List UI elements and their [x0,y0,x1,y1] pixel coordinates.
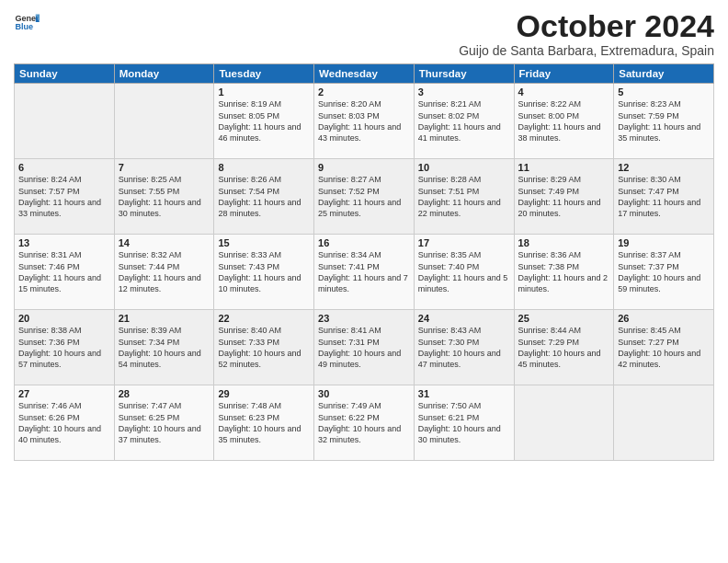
day-number: 6 [18,162,110,173]
calendar-cell: 30Sunrise: 7:49 AM Sunset: 6:22 PM Dayli… [314,385,415,461]
day-info: Sunrise: 8:19 AM Sunset: 8:05 PM Dayligh… [218,98,310,144]
day-number: 29 [218,388,310,399]
day-number: 21 [119,313,210,324]
day-number: 19 [618,237,710,248]
calendar-cell: 17Sunrise: 8:35 AM Sunset: 7:40 PM Dayli… [414,235,514,310]
col-thursday: Thursday [414,64,514,84]
day-number: 25 [518,313,610,324]
day-number: 18 [518,237,610,248]
calendar-cell: 10Sunrise: 8:28 AM Sunset: 7:51 PM Dayli… [414,159,514,235]
day-number: 2 [318,86,410,98]
day-number: 4 [518,86,610,98]
day-info: Sunrise: 8:29 AM Sunset: 7:49 PM Dayligh… [518,174,610,219]
day-number: 15 [218,237,310,248]
day-number: 9 [318,162,410,173]
day-info: Sunrise: 8:41 AM Sunset: 7:31 PM Dayligh… [318,325,410,370]
day-info: Sunrise: 8:43 AM Sunset: 7:30 PM Dayligh… [418,325,510,370]
month-title: October 2024 [459,9,714,43]
calendar-cell: 13Sunrise: 8:31 AM Sunset: 7:46 PM Dayli… [15,235,115,310]
day-number: 10 [418,162,510,173]
calendar-cell: 14Sunrise: 8:32 AM Sunset: 7:44 PM Dayli… [114,235,214,310]
day-info: Sunrise: 8:21 AM Sunset: 8:02 PM Dayligh… [418,98,510,144]
title-block: October 2024 Guijo de Santa Barbara, Ext… [459,9,714,58]
day-info: Sunrise: 8:27 AM Sunset: 7:52 PM Dayligh… [318,174,410,219]
calendar-cell: 22Sunrise: 8:40 AM Sunset: 7:33 PM Dayli… [214,310,314,385]
day-number: 16 [318,237,410,248]
day-number: 20 [18,313,110,324]
col-sunday: Sunday [15,64,115,84]
col-tuesday: Tuesday [214,64,314,84]
day-info: Sunrise: 8:34 AM Sunset: 7:41 PM Dayligh… [318,249,410,294]
day-number: 26 [618,313,710,324]
day-number: 8 [218,162,310,173]
calendar-cell: 8Sunrise: 8:26 AM Sunset: 7:54 PM Daylig… [214,159,314,235]
day-number: 17 [418,237,510,248]
calendar-week-5: 27Sunrise: 7:46 AM Sunset: 6:26 PM Dayli… [15,385,714,461]
calendar-cell: 7Sunrise: 8:25 AM Sunset: 7:55 PM Daylig… [114,159,214,235]
day-number: 7 [119,162,210,173]
calendar-cell: 25Sunrise: 8:44 AM Sunset: 7:29 PM Dayli… [514,310,614,385]
day-number: 1 [218,86,310,98]
calendar-cell: 29Sunrise: 7:48 AM Sunset: 6:23 PM Dayli… [214,385,314,461]
calendar-cell: 5Sunrise: 8:23 AM Sunset: 7:59 PM Daylig… [614,84,714,159]
header-row: Sunday Monday Tuesday Wednesday Thursday… [15,64,714,84]
day-number: 23 [318,313,410,324]
calendar-cell: 15Sunrise: 8:33 AM Sunset: 7:43 PM Dayli… [214,235,314,310]
calendar-cell [614,385,714,461]
day-number: 5 [618,86,710,98]
calendar-cell: 20Sunrise: 8:38 AM Sunset: 7:36 PM Dayli… [15,310,115,385]
day-info: Sunrise: 7:49 AM Sunset: 6:22 PM Dayligh… [318,400,410,445]
logo-icon: General Blue [14,9,40,35]
calendar-cell: 11Sunrise: 8:29 AM Sunset: 7:49 PM Dayli… [514,159,614,235]
calendar-cell: 16Sunrise: 8:34 AM Sunset: 7:41 PM Dayli… [314,235,415,310]
day-info: Sunrise: 8:33 AM Sunset: 7:43 PM Dayligh… [218,249,310,294]
day-info: Sunrise: 8:25 AM Sunset: 7:55 PM Dayligh… [119,174,210,219]
day-info: Sunrise: 8:26 AM Sunset: 7:54 PM Dayligh… [218,174,310,219]
day-number: 24 [418,313,510,324]
day-info: Sunrise: 8:28 AM Sunset: 7:51 PM Dayligh… [418,174,510,219]
calendar-cell: 2Sunrise: 8:20 AM Sunset: 8:03 PM Daylig… [314,84,415,159]
day-number: 14 [119,237,210,248]
logo: General Blue [14,9,40,35]
day-number: 22 [218,313,310,324]
day-info: Sunrise: 8:37 AM Sunset: 7:37 PM Dayligh… [618,249,710,294]
day-number: 27 [18,388,110,399]
calendar-cell: 12Sunrise: 8:30 AM Sunset: 7:47 PM Dayli… [614,159,714,235]
calendar-cell [114,84,214,159]
calendar-cell [15,84,115,159]
header: General Blue October 2024 Guijo de Santa… [14,9,714,58]
calendar-week-4: 20Sunrise: 8:38 AM Sunset: 7:36 PM Dayli… [15,310,714,385]
day-info: Sunrise: 8:39 AM Sunset: 7:34 PM Dayligh… [119,325,210,370]
day-info: Sunrise: 8:38 AM Sunset: 7:36 PM Dayligh… [18,325,110,370]
svg-text:Blue: Blue [15,22,33,31]
calendar-cell: 27Sunrise: 7:46 AM Sunset: 6:26 PM Dayli… [15,385,115,461]
day-number: 12 [618,162,710,173]
calendar-week-2: 6Sunrise: 8:24 AM Sunset: 7:57 PM Daylig… [15,159,714,235]
day-info: Sunrise: 8:22 AM Sunset: 8:00 PM Dayligh… [518,98,610,144]
day-info: Sunrise: 7:46 AM Sunset: 6:26 PM Dayligh… [18,400,110,445]
col-wednesday: Wednesday [314,64,415,84]
day-number: 3 [418,86,510,98]
col-saturday: Saturday [614,64,714,84]
calendar-cell: 26Sunrise: 8:45 AM Sunset: 7:27 PM Dayli… [614,310,714,385]
calendar-cell: 19Sunrise: 8:37 AM Sunset: 7:37 PM Dayli… [614,235,714,310]
day-info: Sunrise: 8:44 AM Sunset: 7:29 PM Dayligh… [518,325,610,370]
day-info: Sunrise: 8:31 AM Sunset: 7:46 PM Dayligh… [18,249,110,294]
calendar-cell: 21Sunrise: 8:39 AM Sunset: 7:34 PM Dayli… [114,310,214,385]
day-info: Sunrise: 8:36 AM Sunset: 7:38 PM Dayligh… [518,249,610,294]
day-number: 11 [518,162,610,173]
day-number: 28 [119,388,210,399]
calendar-cell: 6Sunrise: 8:24 AM Sunset: 7:57 PM Daylig… [15,159,115,235]
day-number: 31 [418,388,510,399]
day-info: Sunrise: 8:35 AM Sunset: 7:40 PM Dayligh… [418,249,510,294]
day-number: 30 [318,388,410,399]
calendar-cell: 3Sunrise: 8:21 AM Sunset: 8:02 PM Daylig… [414,84,514,159]
calendar-cell: 18Sunrise: 8:36 AM Sunset: 7:38 PM Dayli… [514,235,614,310]
location-subtitle: Guijo de Santa Barbara, Extremadura, Spa… [459,43,714,58]
col-friday: Friday [514,64,614,84]
day-info: Sunrise: 8:45 AM Sunset: 7:27 PM Dayligh… [618,325,710,370]
col-monday: Monday [114,64,214,84]
day-info: Sunrise: 8:32 AM Sunset: 7:44 PM Dayligh… [119,249,210,294]
day-info: Sunrise: 8:40 AM Sunset: 7:33 PM Dayligh… [218,325,310,370]
day-number: 13 [18,237,110,248]
